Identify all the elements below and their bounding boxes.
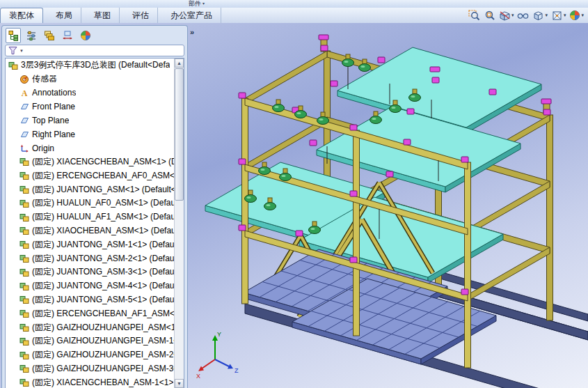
tree-item-6[interactable]: Origin <box>6 141 175 155</box>
tree-item-label: (固定) JUANTONG_ASM-1<1> (Defaul <box>32 239 175 251</box>
tree-item-label: Origin <box>32 143 54 153</box>
assembly-icon <box>19 157 29 166</box>
tree-item-label: (固定) GAIZHOUZHUANGPEI_ASM<1> <box>32 322 175 334</box>
panel-tab-propertymanager[interactable] <box>24 28 39 43</box>
sensor-icon <box>19 75 29 84</box>
assembly-icon <box>19 226 29 235</box>
tree-item-8[interactable]: (固定) ERCENGCHEBAN_AF0_ASM<1> <box>6 169 175 183</box>
tree-item-label: (固定) XIACENGCHEBAN_ASM-1<1> <box>32 377 173 388</box>
tab-assembly[interactable]: 装配体 <box>0 8 43 23</box>
tree-item-label: (固定) JUANTONG_ASM<1> (Default< <box>32 184 175 196</box>
tree-item-label: (固定) GAIZHOUZHUANGPEI_ASM-1< <box>32 335 175 347</box>
zoom-to-fit-button[interactable] <box>468 10 481 22</box>
annotations-icon: A <box>19 88 29 98</box>
chevron-down-icon: ▾ <box>545 13 548 18</box>
tree-item-2[interactable]: AAnnotations <box>6 86 175 100</box>
appearances-button[interactable]: ▾ <box>569 10 585 21</box>
tree-item-1[interactable]: 传感器 <box>6 72 175 86</box>
menu-item-label: 部件 <box>189 0 201 8</box>
tree-item-label: (固定) ERCENGCHEBAN_AF1_ASM<1> <box>32 308 175 320</box>
panel-tab-bar <box>2 26 187 45</box>
chevron-down-icon: ▾ <box>564 13 566 18</box>
tree-item-23[interactable]: (固定) XIACENGCHEBAN_ASM-1<1> <box>6 375 175 388</box>
svg-text:A: A <box>22 88 28 98</box>
panel-tab-configurationmanager[interactable] <box>42 28 57 43</box>
assembly-icon <box>19 281 29 291</box>
display-style-button[interactable]: ▾ <box>532 10 548 22</box>
scroll-down-button[interactable]: ▼ <box>175 379 184 388</box>
tree-item-12[interactable]: (固定) XIAOCHEBAN_ASM<1> (Defaul <box>6 224 175 238</box>
zoom-to-area-icon <box>484 10 495 22</box>
panel-tab-dimxpertmanager[interactable] <box>60 28 75 43</box>
panel-overflow-button[interactable]: » <box>190 28 194 36</box>
menu-item-component[interactable]: 部件 ▾ <box>189 0 205 8</box>
tree-item-9[interactable]: (固定) JUANTONG_ASM<1> (Default< <box>6 183 175 196</box>
assembly-icon <box>19 240 29 249</box>
zoom-to-area-button[interactable] <box>483 10 496 22</box>
tree-item-18[interactable]: (固定) ERCENGCHEBAN_AF1_ASM<1> <box>6 306 175 320</box>
tab-layout[interactable]: 布局 <box>47 8 81 23</box>
tree-item-19[interactable]: (固定) GAIZHOUZHUANGPEI_ASM<1> <box>6 320 175 334</box>
plane-icon <box>19 130 29 139</box>
tree-item-21[interactable]: (固定) GAIZHOUZHUANGPEI_ASM-2< <box>6 348 175 362</box>
tree-item-22[interactable]: (固定) GAIZHOUZHUANGPEI_ASM-3< <box>6 362 175 376</box>
tree-item-16[interactable]: (固定) JUANTONG_ASM-4<1> (Defaul <box>6 279 175 293</box>
assembly-icon <box>19 267 29 277</box>
assembly-icon <box>19 199 29 208</box>
display-style-icon <box>532 10 544 22</box>
scroll-up-button[interactable]: ▲ <box>175 59 184 68</box>
tab-sketch[interactable]: 草图 <box>86 8 120 23</box>
propertymanager-icon <box>26 30 37 41</box>
tree-item-label: (固定) JUANTONG_ASM-5<1> (Defaul <box>32 294 175 306</box>
section-view-button[interactable]: ▾ <box>498 10 515 22</box>
tree-item-label: (固定) JUANTONG_ASM-2<1> (Defaul <box>32 253 175 265</box>
featuremanager-panel: ▼ ▲ ▼ 3层3例式停车库3D总装图 (Default<Defa传感器AAnn… <box>1 25 188 388</box>
view-toolbar: ▾▾▾▾ <box>468 8 588 23</box>
filter-funnel-icon <box>8 46 18 56</box>
section-view-icon <box>499 10 511 22</box>
tree-filter-bar[interactable]: ▼ <box>5 45 184 56</box>
hide-show-items-icon <box>517 10 529 22</box>
feature-tree: ▲ ▼ 3层3例式停车库3D总装图 (Default<Defa传感器AAnnot… <box>5 58 184 388</box>
tab-evaluate[interactable]: 评估 <box>124 8 158 23</box>
assembly-icon <box>19 323 29 332</box>
tree-item-label: Annotations <box>32 88 76 98</box>
tree-item-label: (固定) JUANTONG_ASM-4<1> (Defaul <box>32 280 175 292</box>
assembly-icon <box>19 350 29 360</box>
view-orientation-button[interactable]: ▾ <box>550 10 567 22</box>
command-tab-bar: 装配体布局草图评估办公室产品 ▾▾▾▾ <box>0 8 588 24</box>
assembly-icon <box>19 212 29 222</box>
tree-item-17[interactable]: (固定) JUANTONG_ASM-5<1> (Defaul <box>6 293 175 307</box>
assembly-icon <box>19 185 29 194</box>
tab-office[interactable]: 办公室产品 <box>162 8 221 23</box>
chevron-down-icon: ▾ <box>581 13 584 18</box>
tree-item-label: (固定) GAIZHOUZHUANGPEI_ASM-2< <box>32 349 175 361</box>
assembly-icon <box>19 364 29 373</box>
tree-item-10[interactable]: (固定) HUALUN_AF0_ASM<1> (Defaul <box>6 196 175 210</box>
tree-item-15[interactable]: (固定) JUANTONG_ASM-3<1> (Defaul <box>6 265 175 279</box>
tree-item-20[interactable]: (固定) GAIZHOUZHUANGPEI_ASM-1< <box>6 334 175 348</box>
displaymanager-icon <box>80 30 91 41</box>
tree-item-7[interactable]: (固定) XIACENGCHEBAN_ASM<1> (Def <box>6 155 175 169</box>
tree-item-5[interactable]: Right Plane <box>6 127 175 141</box>
panel-tab-featuremanager-tree[interactable] <box>6 28 21 43</box>
scroll-thumb[interactable] <box>175 68 184 201</box>
tree-item-label: Top Plane <box>32 116 69 125</box>
configurationmanager-icon <box>44 30 55 41</box>
plane-icon <box>19 102 29 111</box>
assembly-icon <box>8 61 18 70</box>
hide-show-items-button[interactable] <box>516 10 530 22</box>
tree-item-4[interactable]: Top Plane <box>6 114 175 127</box>
tree-item-3[interactable]: Front Plane <box>6 100 175 114</box>
tree-item-0[interactable]: 3层3例式停车库3D总装图 (Default<Defa <box>6 59 175 72</box>
solidworks-window: 部件 ▾ 装配体布局草图评估办公室产品 ▾▾▾▾ <box>0 0 588 388</box>
tree-item-11[interactable]: (固定) HUALUN_AF1_ASM<1> (Defaul <box>6 210 175 224</box>
tree-item-label: Front Plane <box>32 102 75 111</box>
tree-item-13[interactable]: (固定) JUANTONG_ASM-1<1> (Defaul <box>6 238 175 251</box>
tree-item-14[interactable]: (固定) JUANTONG_ASM-2<1> (Defaul <box>6 251 175 265</box>
panel-tab-displaymanager[interactable] <box>78 28 93 43</box>
chevron-down-icon: ▾ <box>511 13 514 18</box>
tree-scrollbar[interactable]: ▲ ▼ <box>174 59 184 388</box>
triad-z-label: Z <box>235 367 239 374</box>
assembly-icon <box>19 295 29 304</box>
